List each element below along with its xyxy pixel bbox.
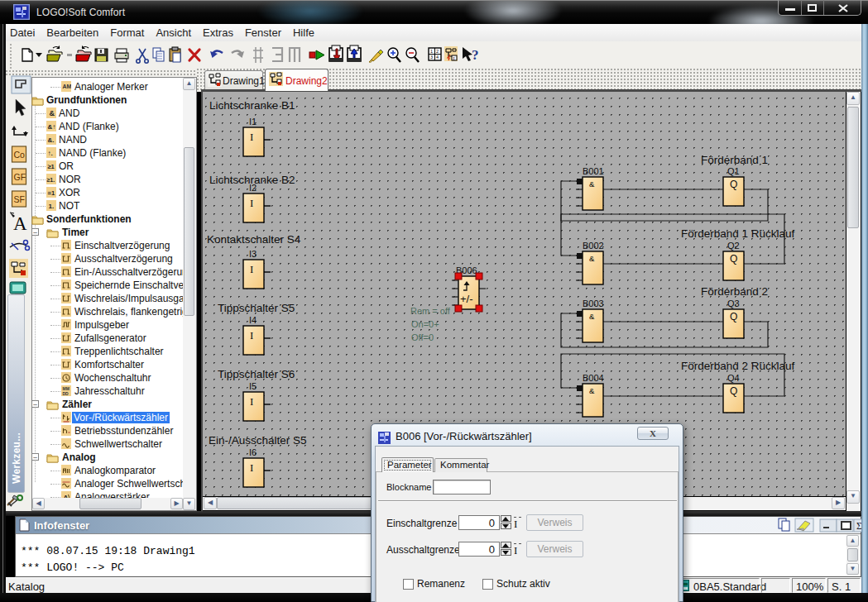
svg-text:I1: I1 bbox=[249, 117, 257, 127]
svg-text:I: I bbox=[250, 131, 253, 143]
svg-text:Förderband 1 Rücklauf: Förderband 1 Rücklauf bbox=[681, 227, 795, 240]
svg-text:On=0+: On=0+ bbox=[411, 319, 439, 329]
svg-text:I: I bbox=[250, 197, 253, 209]
svg-text:4: 4 bbox=[436, 55, 439, 60]
svg-text:&↑: &↑ bbox=[48, 123, 56, 131]
svg-text:Rem = off: Rem = off bbox=[410, 306, 451, 316]
svg-text:I4: I4 bbox=[249, 315, 257, 325]
svg-text:?: ? bbox=[472, 47, 479, 63]
svg-text:DD: DD bbox=[63, 391, 70, 396]
svg-text:A: A bbox=[13, 213, 27, 234]
svg-text:Σ: Σ bbox=[856, 520, 861, 532]
svg-text:I3: I3 bbox=[249, 249, 257, 259]
svg-text:B004: B004 bbox=[583, 373, 604, 383]
svg-text:2: 2 bbox=[436, 49, 439, 54]
svg-text:B003: B003 bbox=[583, 299, 604, 308]
svg-text:I2: I2 bbox=[249, 183, 257, 193]
svg-text:Q1: Q1 bbox=[727, 166, 740, 176]
svg-text:Q: Q bbox=[730, 253, 737, 265]
svg-text:Förderband 2: Förderband 2 bbox=[701, 285, 768, 298]
svg-text:GF: GF bbox=[14, 172, 26, 182]
svg-text:Q2: Q2 bbox=[727, 241, 740, 251]
svg-text:B002: B002 bbox=[583, 241, 604, 251]
svg-text:Förderband 2 Rücklauf: Förderband 2 Rücklauf bbox=[681, 360, 795, 372]
svg-text:AM: AM bbox=[63, 84, 72, 89]
svg-text:&: & bbox=[589, 386, 595, 395]
svg-text:B001: B001 bbox=[583, 166, 604, 176]
svg-text:&: & bbox=[50, 109, 55, 117]
svg-text:&: & bbox=[589, 312, 595, 321]
svg-text:Förderband 1: Förderband 1 bbox=[701, 154, 768, 166]
svg-text:Off=0: Off=0 bbox=[411, 332, 434, 342]
svg-text:Q3: Q3 bbox=[727, 299, 740, 308]
svg-text:Q4: Q4 bbox=[727, 373, 740, 383]
svg-text:&: & bbox=[589, 254, 595, 263]
svg-text:≥1: ≥1 bbox=[48, 163, 55, 170]
svg-text:Kontaktschalter S4: Kontaktschalter S4 bbox=[207, 233, 301, 246]
svg-text:I6: I6 bbox=[249, 447, 257, 457]
svg-text:Co: Co bbox=[14, 150, 26, 160]
svg-text:Q: Q bbox=[730, 311, 737, 322]
svg-text:I5: I5 bbox=[249, 381, 257, 391]
svg-text:&.: &. bbox=[48, 136, 55, 144]
svg-text:↑.: ↑. bbox=[48, 150, 53, 157]
svg-text:1.: 1. bbox=[49, 203, 55, 210]
svg-text:I: I bbox=[250, 461, 253, 474]
svg-text:I: I bbox=[453, 56, 455, 61]
svg-text:Ein-/Ausschalter S5: Ein-/Ausschalter S5 bbox=[209, 434, 307, 447]
svg-text:Tippschalter S6: Tippschalter S6 bbox=[218, 368, 295, 380]
svg-text:I: I bbox=[250, 329, 253, 342]
svg-text:1: 1 bbox=[430, 49, 433, 54]
svg-text:Q: Q bbox=[730, 385, 737, 397]
svg-text:Q: Q bbox=[730, 179, 737, 190]
svg-text:3: 3 bbox=[430, 55, 433, 60]
svg-text:=1: =1 bbox=[48, 189, 55, 197]
svg-text:I: I bbox=[250, 395, 253, 408]
svg-text:Tippschalter S5: Tippschalter S5 bbox=[218, 302, 295, 314]
svg-text:Lichtschranke B1: Lichtschranke B1 bbox=[209, 99, 295, 112]
svg-text:&: & bbox=[589, 179, 595, 189]
svg-text:+/-: +/- bbox=[460, 293, 473, 305]
svg-text:≥1.: ≥1. bbox=[47, 177, 55, 183]
svg-text:I: I bbox=[250, 263, 253, 275]
svg-text:SF: SF bbox=[14, 194, 25, 204]
